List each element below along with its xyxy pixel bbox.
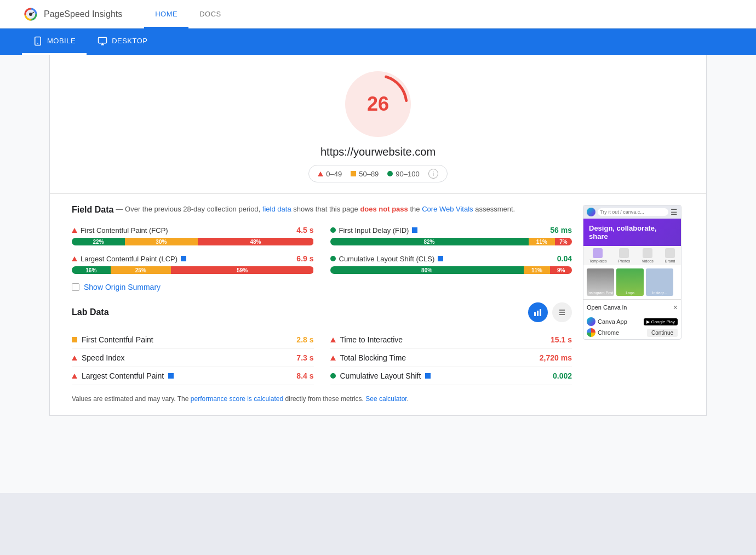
google-play-badge[interactable]: ▶ Google Play — [644, 318, 678, 325]
cls-bar: 80% 11% 9% — [330, 266, 572, 274]
metric-fid: First Input Delay (FID) 56 ms 82% 11% 7% — [330, 226, 572, 245]
metric-fid-name: First Input Delay (FID) — [330, 226, 418, 234]
fcp-bar-orange: 30% — [125, 238, 197, 245]
lab-metric-tti-name: Time to Interactive — [330, 335, 403, 344]
tab-home[interactable]: HOME — [144, 1, 188, 28]
preview-thumb-logo: Logo — [616, 268, 644, 296]
field-data-header: Field Data — Over the previous 28-day co… — [72, 205, 572, 215]
lab-data-header: Lab Data — [72, 302, 572, 322]
app-title: PageSpeed Insights — [44, 9, 122, 19]
field-metrics-grid: First Contentful Paint (FCP) 4.5 s 22% 3… — [72, 226, 572, 274]
preview-toolbar: Templates Photos Videos Brand — [583, 246, 681, 265]
toolbar-item-brand: Brand — [665, 248, 675, 263]
preview-canva-app-row: Canva App ▶ Google Play — [587, 317, 678, 326]
videos-icon — [643, 248, 652, 258]
preview-hero: Design, collaborate, share — [583, 219, 681, 246]
calculator-link[interactable]: See calculator — [365, 395, 406, 403]
perf-score-link[interactable]: performance score is calculated — [191, 395, 283, 403]
lab-list-view-button[interactable] — [552, 302, 572, 322]
lab-metric-fcp-value: 2.8 s — [296, 335, 313, 344]
lab-metric-cls-name: Cumulative Layout Shift — [330, 371, 431, 380]
right-panel: Try it out / canva.c... ☰ Design, collab… — [583, 205, 684, 404]
metric-lcp-value: 6.9 s — [296, 254, 313, 263]
legend-good: 90–100 — [387, 170, 419, 178]
svg-rect-9 — [534, 312, 536, 316]
lab-metric-tti: Time to Interactive 15.1 s — [330, 331, 572, 349]
metric-lcp: Largest Contentful Paint (LCP) 6.9 s 16%… — [72, 254, 314, 274]
preview-close-button[interactable]: × — [673, 303, 678, 312]
mobile-icon — [33, 36, 43, 46]
legend-poor: 0–49 — [318, 170, 342, 178]
fid-bar-orange: 11% — [529, 238, 555, 245]
cls-flag-icon — [438, 256, 443, 261]
info-icon[interactable]: i — [428, 169, 438, 179]
main-content: 26 https://yourwebsite.com 0–49 50–89 — [0, 55, 756, 493]
metric-fid-header: First Input Delay (FID) 56 ms — [330, 226, 572, 234]
device-tab-mobile[interactable]: MOBILE — [22, 28, 87, 55]
lab-chart-view-button[interactable] — [528, 302, 548, 322]
toolbar-item-videos: Videos — [642, 248, 653, 263]
lab-metric-cls: Cumulative Layout Shift 0.002 — [330, 367, 572, 385]
toolbar-item-templates: Templates — [589, 248, 607, 263]
green-dot-icon — [387, 171, 393, 176]
desktop-icon — [98, 36, 107, 46]
preview-thumb-instagr: Instagr... — [646, 268, 673, 296]
fid-flag-icon — [412, 227, 417, 233]
preview-chrome-row: Chrome Continue — [587, 328, 678, 337]
list-view-icon — [558, 308, 566, 317]
lcp-bar: 16% 25% 59% — [72, 266, 314, 274]
lab-metric-speed-index: Speed Index 7.3 s — [72, 349, 314, 367]
tab-docs[interactable]: DOCS — [188, 1, 232, 28]
lab-fcp-indicator-icon — [72, 337, 77, 342]
device-tab-desktop[interactable]: DESKTOP — [87, 28, 158, 55]
lab-metric-speed-index-name: Speed Index — [72, 353, 125, 362]
toolbar-item-photos: Photos — [618, 248, 631, 263]
chrome-logo-icon — [587, 328, 595, 337]
core-web-vitals-link[interactable]: Core Web Vitals — [422, 205, 473, 213]
content-area: Field Data — Over the previous 28-day co… — [50, 194, 706, 415]
metric-fcp-name: First Contentful Paint (FCP) — [72, 226, 168, 234]
lab-data-section: Lab Data — [72, 302, 572, 404]
field-data-link[interactable]: field data — [262, 205, 291, 213]
show-origin-summary[interactable]: Show Origin Summary — [72, 283, 572, 291]
preview-card: Try it out / canva.c... ☰ Design, collab… — [583, 205, 681, 340]
lab-metric-cls-value: 0.002 — [553, 371, 572, 380]
preview-url-bar: Try it out / canva.c... — [598, 208, 668, 216]
field-data-title: Field Data — [72, 205, 113, 215]
metric-fid-value: 56 ms — [550, 226, 572, 234]
lab-cls-flag-icon — [425, 373, 431, 379]
metric-lcp-name: Largest Contentful Paint (LCP) — [72, 255, 186, 263]
field-data-desc: — Over the previous 28-day collection pe… — [116, 205, 572, 213]
chart-view-icon — [534, 308, 542, 317]
orange-square-icon — [351, 171, 356, 176]
lcp-bar-red: 59% — [171, 266, 313, 274]
fid-bar: 82% 11% 7% — [330, 238, 572, 245]
results-card: 26 https://yourwebsite.com 0–49 50–89 — [49, 55, 707, 416]
fcp-indicator-icon — [72, 228, 77, 233]
preview-menu-icon[interactable]: ☰ — [671, 208, 678, 216]
lcp-bar-orange: 25% — [111, 266, 171, 274]
left-panel: Field Data — Over the previous 28-day co… — [72, 205, 583, 404]
svg-point-4 — [37, 43, 38, 44]
svg-rect-10 — [537, 311, 539, 316]
preview-thumbnails: Instagram Post Logo Instagr... — [583, 265, 681, 299]
photos-icon — [619, 248, 629, 258]
origin-summary-checkbox[interactable] — [72, 283, 79, 291]
lcp-flag-icon — [181, 256, 186, 261]
legend-average: 50–89 — [351, 170, 379, 178]
score-circle-wrapper: 26 — [345, 71, 411, 137]
cls-indicator-icon — [330, 256, 336, 261]
lab-metric-fcp-name: First Contentful Paint — [72, 335, 153, 344]
lcp-bar-green: 16% — [72, 266, 111, 274]
preview-open-in-bar: Open Canva in × — [583, 299, 681, 315]
cls-bar-green: 80% — [330, 266, 524, 274]
does-not-pass-link[interactable]: does not pass — [360, 205, 408, 213]
preview-browser-bar: Try it out / canva.c... ☰ — [583, 205, 681, 219]
score-url: https://yourwebsite.com — [320, 146, 436, 158]
preview-app-options: Canva App ▶ Google Play Chrome Continue — [583, 315, 681, 339]
fid-bar-red: 7% — [555, 238, 572, 245]
lab-tbt-indicator-icon — [330, 356, 336, 361]
lab-metrics-grid: First Contentful Paint 2.8 s Speed Index… — [72, 331, 572, 385]
continue-button[interactable]: Continue — [647, 329, 678, 337]
preview-chrome-name: Chrome — [587, 328, 619, 337]
